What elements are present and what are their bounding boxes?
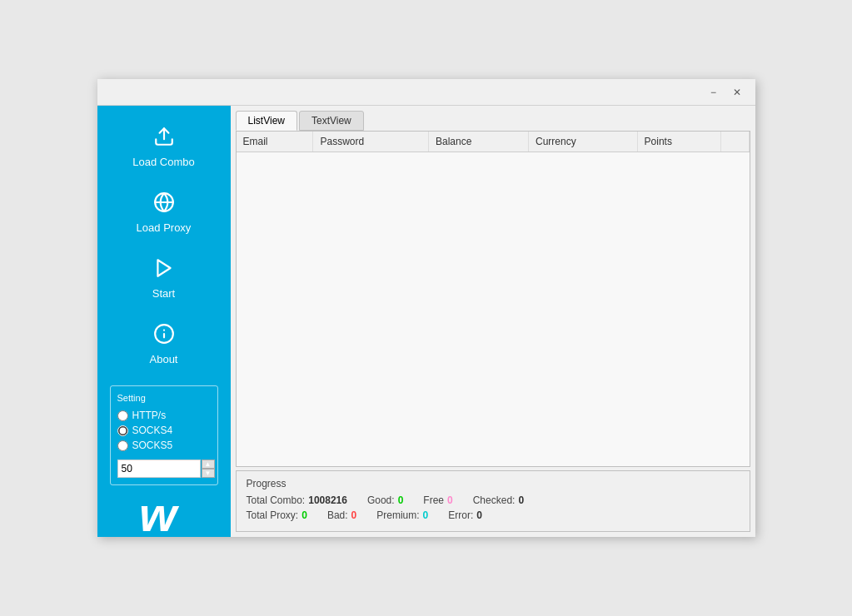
radio-http[interactable]: HTTP/s: [117, 410, 211, 421]
col-email: Email: [237, 132, 313, 152]
col-password: Password: [313, 132, 429, 152]
stats-row-2: Total Proxy: 0 Bad: 0 Premium: 0 Error: …: [247, 509, 740, 521]
info-icon: [153, 323, 175, 350]
load-combo-label: Load Combo: [132, 156, 194, 168]
checked-label: Checked:: [473, 494, 516, 506]
spinbox-buttons: ▲ ▼: [202, 460, 215, 478]
total-combo-value: 1008216: [308, 494, 347, 506]
threads-spinbox: ▲ ▼: [117, 460, 211, 478]
col-extra: [720, 132, 749, 152]
stat-free: Free 0: [423, 494, 452, 506]
tab-textview[interactable]: TextView: [299, 111, 364, 131]
col-points: Points: [637, 132, 720, 152]
bad-value: 0: [351, 509, 357, 521]
spinbox-down[interactable]: ▼: [202, 469, 215, 478]
results-table-container: Email Password Balance Currency Points: [236, 131, 750, 467]
good-label: Good:: [367, 494, 395, 506]
total-proxy-label: Total Proxy:: [247, 509, 299, 521]
logo-icon: w: [135, 485, 193, 535]
radio-http-input[interactable]: [117, 410, 128, 421]
radio-http-label: HTTP/s: [132, 410, 167, 421]
radio-socks5[interactable]: SOCKS5: [117, 440, 211, 451]
sidebar: Load Combo Load Proxy: [97, 106, 231, 537]
col-balance: Balance: [428, 132, 528, 152]
premium-label: Premium:: [376, 509, 419, 521]
tabs-bar: ListView TextView: [231, 106, 755, 131]
play-icon: [153, 257, 175, 284]
globe-icon: [153, 191, 175, 218]
stat-total-proxy: Total Proxy: 0: [247, 509, 307, 521]
minimize-button[interactable]: −: [702, 83, 725, 102]
setting-title: Setting: [117, 393, 211, 403]
radio-socks4-label: SOCKS4: [132, 425, 173, 436]
svg-text:w: w: [139, 487, 180, 535]
upload-icon: [153, 126, 175, 152]
total-proxy-value: 0: [301, 509, 307, 521]
error-label: Error:: [448, 509, 473, 521]
results-table: Email Password Balance Currency Points: [237, 132, 750, 152]
bad-label: Bad:: [327, 509, 348, 521]
stat-error: Error: 0: [448, 509, 482, 521]
stat-bad: Bad: 0: [327, 509, 356, 521]
radio-socks4[interactable]: SOCKS4: [117, 425, 211, 436]
svg-marker-3: [157, 260, 170, 276]
sidebar-item-load-proxy[interactable]: Load Proxy: [97, 180, 231, 246]
logo-area: w: [135, 485, 193, 535]
checked-value: 0: [518, 494, 524, 506]
start-label: Start: [152, 287, 175, 300]
progress-title: Progress: [247, 478, 740, 489]
col-currency: Currency: [528, 132, 637, 152]
error-value: 0: [476, 509, 482, 521]
sidebar-item-load-combo[interactable]: Load Combo: [97, 114, 231, 180]
spinbox-up[interactable]: ▲: [202, 460, 215, 469]
radio-socks5-label: SOCKS5: [132, 440, 173, 451]
radio-socks5-input[interactable]: [117, 440, 128, 451]
sidebar-item-about[interactable]: About: [97, 311, 231, 377]
setting-box: Setting HTTP/s SOCKS4 SOCKS5 ▲: [110, 385, 218, 485]
app-window: − ✕ Load Combo: [97, 79, 755, 537]
free-label: Free: [423, 494, 444, 506]
stat-total-combo: Total Combo: 1008216: [247, 494, 347, 506]
total-combo-label: Total Combo:: [247, 494, 306, 506]
free-value: 0: [447, 494, 453, 506]
radio-socks4-input[interactable]: [117, 425, 128, 436]
stat-checked: Checked: 0: [473, 494, 524, 506]
table-header-row: Email Password Balance Currency Points: [237, 132, 750, 152]
tab-listview[interactable]: ListView: [236, 111, 297, 131]
threads-input[interactable]: [117, 460, 201, 478]
stat-premium: Premium: 0: [376, 509, 428, 521]
close-button[interactable]: ✕: [725, 83, 749, 102]
stats-row-1: Total Combo: 1008216 Good: 0 Free 0 Chec…: [247, 494, 740, 506]
premium-value: 0: [423, 509, 429, 521]
title-bar: − ✕: [97, 79, 755, 106]
content-area: ListView TextView Email Password Balance…: [231, 106, 755, 537]
stat-good: Good: 0: [367, 494, 403, 506]
main-layout: Load Combo Load Proxy: [97, 106, 755, 537]
about-label: About: [150, 353, 178, 365]
progress-section: Progress Total Combo: 1008216 Good: 0 Fr…: [236, 470, 750, 532]
good-value: 0: [398, 494, 404, 506]
sidebar-item-start[interactable]: Start: [97, 246, 231, 311]
load-proxy-label: Load Proxy: [137, 221, 192, 234]
